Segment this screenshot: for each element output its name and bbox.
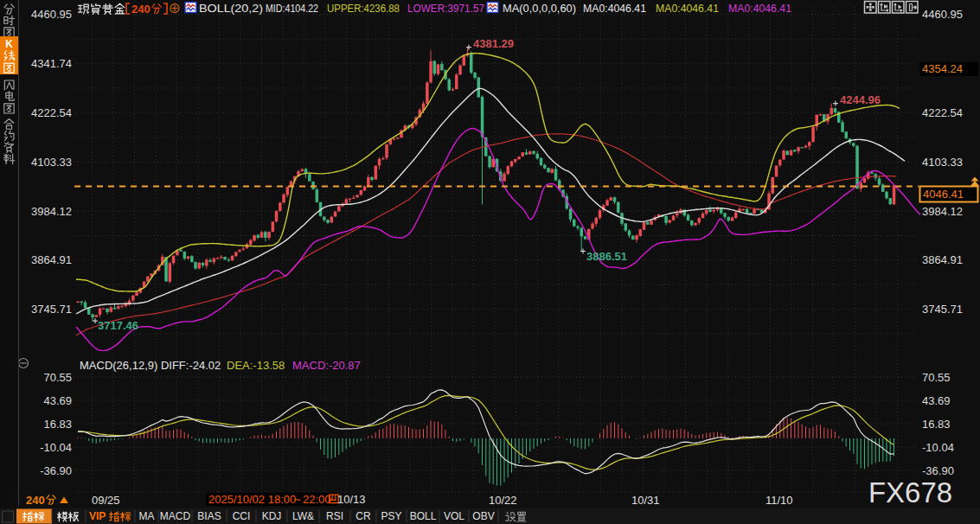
svg-text:LOWER:3971.57: LOWER:3971.57 (407, 3, 484, 15)
svg-text:4222.54: 4222.54 (31, 106, 72, 119)
svg-text:70.55: 70.55 (922, 371, 951, 384)
svg-text:MA: MA (139, 510, 155, 522)
svg-text:BIAS: BIAS (197, 510, 221, 522)
svg-text:3864.91: 3864.91 (922, 253, 963, 266)
svg-text:3886.51: 3886.51 (586, 250, 627, 263)
svg-text:VIP: VIP (89, 510, 106, 522)
svg-text:RSI: RSI (326, 510, 343, 522)
svg-text:3984.12: 3984.12 (31, 205, 72, 218)
svg-text:MACD: MACD (160, 510, 191, 522)
svg-text:4381.29: 4381.29 (473, 37, 514, 50)
svg-text:09/25: 09/25 (92, 494, 120, 507)
svg-text:4103.33: 4103.33 (922, 156, 963, 169)
svg-text:MACD:-20.87: MACD:-20.87 (292, 359, 361, 372)
svg-text:4460.95: 4460.95 (922, 8, 963, 21)
svg-text:70.55: 70.55 (43, 371, 72, 384)
svg-text:22:00: 22:00 (303, 493, 331, 506)
svg-text:4046.41: 4046.41 (923, 188, 964, 201)
svg-text:43.69: 43.69 (922, 394, 951, 407)
svg-text:~: ~ (294, 493, 301, 506)
svg-text:PSY: PSY (381, 510, 401, 522)
svg-text:MA0:4046.41: MA0:4046.41 (656, 3, 719, 15)
svg-text:-10.04: -10.04 (922, 441, 954, 454)
svg-text:3984.12: 3984.12 (922, 205, 963, 218)
svg-text:3717.46: 3717.46 (98, 319, 138, 332)
svg-text:16.83: 16.83 (922, 418, 951, 431)
svg-text:4341.74: 4341.74 (31, 57, 72, 70)
svg-text:2025/10/02 18:00: 2025/10/02 18:00 (208, 493, 296, 506)
svg-text:KDJ: KDJ (262, 510, 282, 522)
svg-text:MACD(26,12,9) DIFF:-24.02: MACD(26,12,9) DIFF:-24.02 (80, 359, 221, 372)
svg-text:MA0:4046.41: MA0:4046.41 (728, 3, 791, 15)
svg-text:10/22: 10/22 (489, 494, 517, 507)
svg-text:CR: CR (355, 510, 371, 522)
svg-text:BOLL: BOLL (410, 510, 437, 522)
svg-text:-10.04: -10.04 (40, 441, 72, 454)
svg-text:MA0:4046.41: MA0:4046.41 (583, 3, 646, 15)
svg-text:3745.71: 3745.71 (31, 303, 72, 316)
svg-text:FX678: FX678 (868, 476, 952, 508)
svg-text:DEA:-13.58: DEA:-13.58 (227, 359, 285, 372)
svg-text:4354.24: 4354.24 (922, 62, 963, 75)
svg-text:CCI: CCI (233, 510, 251, 522)
svg-text:3745.71: 3745.71 (922, 303, 963, 316)
svg-text:VOL: VOL (444, 510, 464, 522)
svg-text:240: 240 (26, 494, 45, 507)
svg-text:3864.91: 3864.91 (31, 253, 72, 266)
svg-text:-36.90: -36.90 (922, 464, 954, 477)
svg-text:OBV: OBV (472, 510, 494, 522)
svg-text:-36.90: -36.90 (40, 464, 72, 477)
svg-text:4244.96: 4244.96 (840, 93, 881, 106)
svg-text:4222.54: 4222.54 (922, 106, 963, 119)
svg-text:10/31: 10/31 (631, 494, 660, 507)
svg-text:LW&: LW& (292, 510, 314, 522)
svg-text:43.69: 43.69 (43, 394, 72, 407)
svg-text:K: K (5, 38, 13, 50)
svg-text:BOLL(20,2): BOLL(20,2) (199, 3, 263, 15)
svg-text:4460.95: 4460.95 (31, 8, 72, 21)
svg-text:11/10: 11/10 (765, 494, 793, 507)
svg-text:16.83: 16.83 (43, 418, 72, 431)
svg-text:MA(0,0,0,0,60): MA(0,0,0,0,60) (503, 3, 576, 15)
svg-text:UPPER:4236.88: UPPER:4236.88 (327, 3, 400, 15)
svg-text:240: 240 (131, 3, 151, 16)
svg-text:MID:4104.22: MID:4104.22 (266, 3, 318, 15)
svg-text:10/13: 10/13 (337, 493, 366, 506)
svg-text:4103.33: 4103.33 (31, 156, 72, 169)
